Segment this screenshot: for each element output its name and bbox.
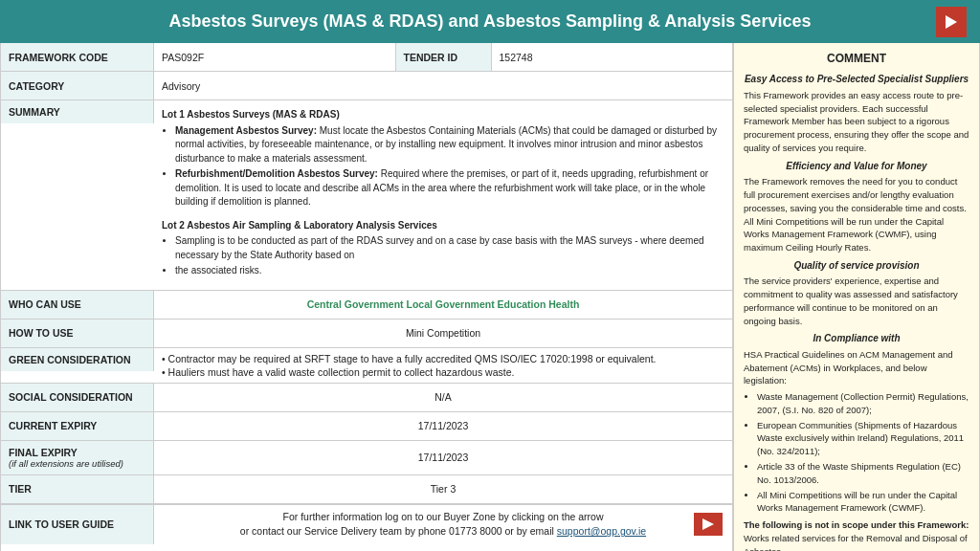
lot1-item1: Management Asbestos Survey: Must locate … <box>175 124 724 166</box>
green-line1: • Contractor may be required at SRFT sta… <box>162 353 657 364</box>
lot2-item1: Sampling is to be conducted as part of t… <box>175 234 724 262</box>
current-expiry-row: CURRENT EXPIRY 17/11/2023 <box>1 412 732 441</box>
main-layout: FRAMEWORK CODE PAS092F TENDER ID 152748 … <box>0 43 980 551</box>
tier-label: TIER <box>1 475 154 503</box>
comment-panel: COMMENT Easy Access to Pre-Selected Spec… <box>733 43 980 551</box>
comment-section2-title: Efficiency and Value for Money <box>744 160 969 174</box>
tier-value: Tier 3 <box>154 475 732 503</box>
final-expiry-label-line2: (if all extensions are utilised) <box>9 458 123 469</box>
comment-section3-text: The service providers' experience, exper… <box>744 275 969 327</box>
comment-section2-text: The Framework removes the need for you t… <box>744 175 969 254</box>
svg-marker-0 <box>946 15 957 29</box>
social-consideration-value: N/A <box>154 384 732 411</box>
final-expiry-label-line1: FINAL EXPIRY <box>9 447 78 458</box>
comment-section1-title: Easy Access to Pre-Selected Specialist S… <box>744 73 969 87</box>
summary-label: SUMMARY <box>1 100 154 123</box>
who-can-use-label: WHO CAN USE <box>1 291 154 319</box>
summary-lot1: Lot 1 Asbestos Surveys (MAS & RDAS) Mana… <box>162 105 724 216</box>
lot1-item2: Refurbishment/Demolition Asbestos Survey… <box>175 167 724 209</box>
link-to-user-guide-value: For further information log on to our Bu… <box>154 505 732 545</box>
not-in-scope-text: Works related services for the Removal a… <box>744 533 968 551</box>
green-consideration-label: GREEN CONSIDERATION <box>1 348 154 371</box>
link-line1: For further information log on to our Bu… <box>283 510 604 525</box>
framework-code-value: PAS092F <box>154 43 396 71</box>
green-line2: • Hauliers must have a valid waste colle… <box>162 366 514 378</box>
who-can-use-value: Central Government Local Government Educ… <box>154 291 732 319</box>
social-consideration-label: SOCIAL CONSIDERATION <box>1 384 154 411</box>
link-arrow-button[interactable] <box>694 513 723 536</box>
final-expiry-value: 17/11/2023 <box>154 441 732 474</box>
not-in-scope-section: The following is not in scope under this… <box>744 518 969 551</box>
link-line2: or contact our Service Delivery team by … <box>240 524 646 540</box>
svg-marker-1 <box>702 518 714 530</box>
comment-title: COMMENT <box>744 51 969 67</box>
green-consideration-row: GREEN CONSIDERATION • Contractor may be … <box>1 348 732 384</box>
header-icon[interactable] <box>936 7 967 37</box>
link-to-user-guide-label: LINK TO USER GUIDE <box>1 505 154 545</box>
compliance-list: Waste Management (Collection Permit) Reg… <box>744 390 969 515</box>
social-consideration-row: SOCIAL CONSIDERATION N/A <box>1 384 732 412</box>
lot1-title: Lot 1 Asbestos Surveys (MAS & RDAS) <box>162 108 724 122</box>
how-to-use-label: HOW TO USE <box>1 320 154 347</box>
tier-row: TIER Tier 3 <box>1 475 732 504</box>
how-to-use-row: HOW TO USE Mini Competition <box>1 320 732 348</box>
green-consideration-value: • Contractor may be required at SRFT sta… <box>154 348 732 383</box>
current-expiry-label: CURRENT EXPIRY <box>1 412 154 440</box>
category-label: CATEGORY <box>1 72 154 99</box>
framework-code-row: FRAMEWORK CODE PAS092F TENDER ID 152748 <box>1 43 732 72</box>
lot1-list: Management Asbestos Survey: Must locate … <box>162 124 724 209</box>
category-row: CATEGORY Advisory <box>1 72 732 100</box>
how-to-use-value: Mini Competition <box>154 320 732 347</box>
link-to-user-guide-row: LINK TO USER GUIDE For further informati… <box>1 504 732 545</box>
lot2-title: Lot 2 Asbestos Air Sampling & Laboratory… <box>162 219 724 233</box>
current-expiry-value: 17/11/2023 <box>154 412 732 440</box>
comment-section4-text: HSA Practical Guidelines on ACM Manageme… <box>744 348 969 515</box>
comment-section1-text: This Framework provides an easy access r… <box>744 89 969 155</box>
summary-lot2: Lot 2 Asbestos Air Sampling & Laboratory… <box>162 216 724 285</box>
lot2-item2: the associated risks. <box>175 264 724 278</box>
not-in-scope-title: The following is not in scope under this… <box>744 519 969 530</box>
who-can-use-row: WHO CAN USE Central Government Local Gov… <box>1 291 732 320</box>
summary-value: Lot 1 Asbestos Surveys (MAS & RDAS) Mana… <box>154 100 732 290</box>
compliance-item-1: Waste Management (Collection Permit) Reg… <box>757 390 969 417</box>
category-value: Advisory <box>154 72 732 99</box>
final-expiry-row: FINAL EXPIRY (if all extensions are util… <box>1 441 732 475</box>
comment-section4-title: In Compliance with <box>744 332 969 346</box>
tender-id-label: TENDER ID <box>396 43 492 71</box>
content-area: FRAMEWORK CODE PAS092F TENDER ID 152748 … <box>0 43 733 551</box>
lot2-list: Sampling is to be conducted as part of t… <box>162 234 724 278</box>
compliance-item-3: Article 33 of the Waste Shipments Regula… <box>757 460 969 487</box>
comment-section3-title: Quality of service provision <box>744 259 969 274</box>
final-expiry-label: FINAL EXPIRY (if all extensions are util… <box>1 441 154 474</box>
compliance-item-4: All Mini Competitions will be run under … <box>757 489 969 516</box>
tender-id-value: 152748 <box>492 43 733 71</box>
compliance-item-2: European Communities (Shipments of Hazar… <box>757 419 969 458</box>
summary-row: SUMMARY Lot 1 Asbestos Surveys (MAS & RD… <box>1 100 732 291</box>
page-title: Asbestos Surveys (MAS & RDAS) and Asbest… <box>169 11 812 32</box>
framework-code-label: FRAMEWORK CODE <box>1 43 154 71</box>
page-header: Asbestos Surveys (MAS & RDAS) and Asbest… <box>0 0 980 43</box>
email-link[interactable]: support@ogp.gov.ie <box>557 525 646 537</box>
